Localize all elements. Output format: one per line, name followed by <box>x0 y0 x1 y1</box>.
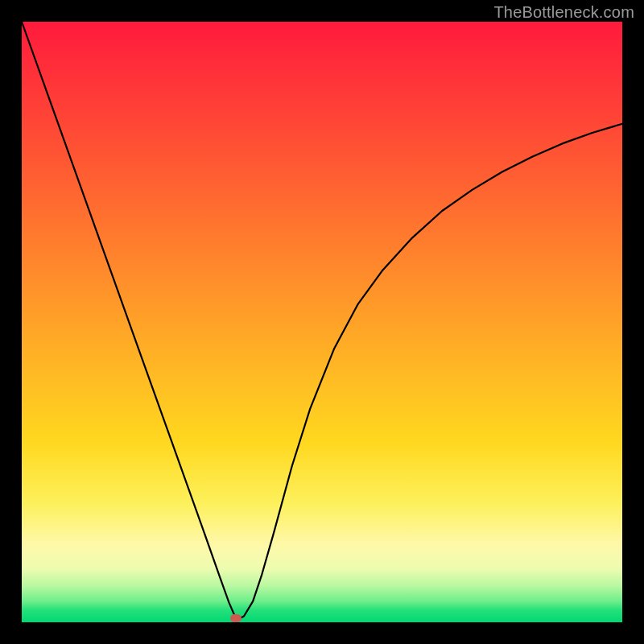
plot-area <box>22 22 622 622</box>
watermark-text: TheBottleneck.com <box>493 3 634 22</box>
optimum-marker <box>230 614 242 622</box>
bottleneck-curve <box>22 22 622 622</box>
chart-frame: TheBottleneck.com <box>0 0 644 644</box>
